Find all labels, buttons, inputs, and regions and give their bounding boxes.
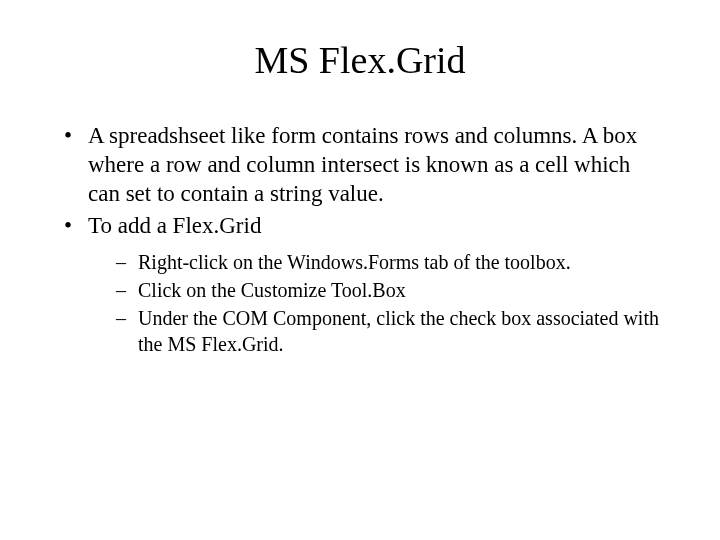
sub-bullet-item: Right-click on the Windows.Forms tab of … xyxy=(116,249,660,275)
sub-bullet-text: Right-click on the Windows.Forms tab of … xyxy=(138,251,571,273)
bullet-text: A spreadshseet like form contains rows a… xyxy=(88,123,637,206)
sub-bullet-item: Click on the Customize Tool.Box xyxy=(116,277,660,303)
bullet-item: To add a Flex.Grid Right-click on the Wi… xyxy=(60,212,660,357)
slide-content: A spreadshseet like form contains rows a… xyxy=(0,122,720,357)
sub-bullet-item: Under the COM Component, click the check… xyxy=(116,305,660,357)
slide: MS Flex.Grid A spreadshseet like form co… xyxy=(0,0,720,540)
sub-bullet-text: Under the COM Component, click the check… xyxy=(138,307,659,355)
sub-bullet-list: Right-click on the Windows.Forms tab of … xyxy=(88,249,660,357)
sub-bullet-text: Click on the Customize Tool.Box xyxy=(138,279,406,301)
slide-title: MS Flex.Grid xyxy=(0,0,720,122)
bullet-text: To add a Flex.Grid xyxy=(88,213,261,238)
bullet-item: A spreadshseet like form contains rows a… xyxy=(60,122,660,208)
bullet-list: A spreadshseet like form contains rows a… xyxy=(60,122,660,357)
